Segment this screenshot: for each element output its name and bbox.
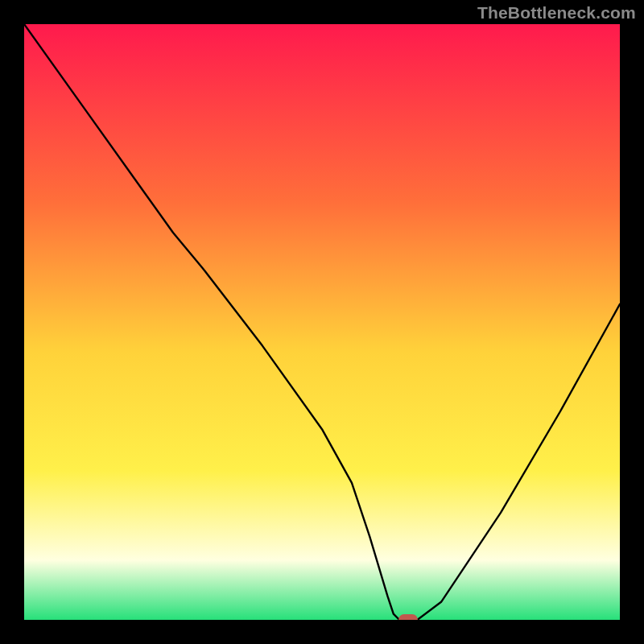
optimum-marker <box>398 614 418 620</box>
bottleneck-curve <box>24 24 620 620</box>
gradient-background <box>24 24 620 620</box>
plot-svg <box>24 24 620 620</box>
plot-area <box>24 24 620 620</box>
watermark-text: TheBottleneck.com <box>477 3 636 23</box>
chart-frame: TheBottleneck.com <box>0 0 644 644</box>
